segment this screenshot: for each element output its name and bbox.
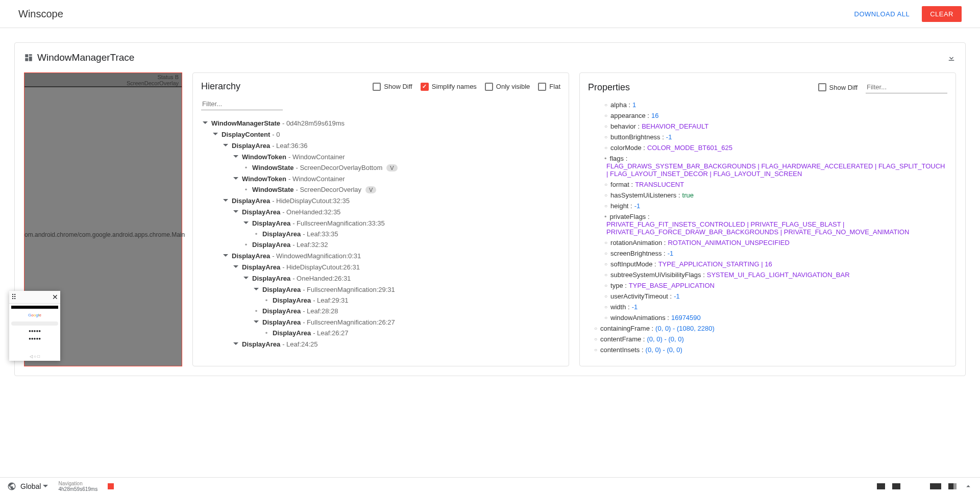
expand-arrow-icon[interactable] <box>252 285 260 293</box>
expand-arrow-icon[interactable] <box>232 263 240 271</box>
properties-filter-input[interactable] <box>866 81 947 93</box>
property-item[interactable]: format : TRANSLUCENT <box>604 179 947 190</box>
expand-arrow-icon[interactable] <box>242 219 250 227</box>
property-item[interactable]: behavior : BEHAVIOR_DEFAULT <box>604 121 947 132</box>
property-item[interactable]: width : -1 <box>604 302 947 312</box>
clear-button[interactable]: CLEAR <box>922 6 962 22</box>
close-icon[interactable]: ✕ <box>52 293 58 301</box>
expand-arrow-icon[interactable] <box>201 119 209 127</box>
download-all-button[interactable]: DOWNLOAD ALL <box>848 6 916 22</box>
tree-item[interactable]: DisplayArea - FullscreenMagnification:26… <box>201 316 560 328</box>
expand-arrow-icon[interactable] <box>232 208 240 216</box>
expand-arrow-icon[interactable] <box>222 252 230 260</box>
tree-item[interactable]: DisplayArea - FullscreenMagnification:33… <box>201 217 560 229</box>
property-item[interactable]: colorMode : COLOR_MODE_BT601_625 <box>604 142 947 153</box>
preview-minimap[interactable]: ⠿ ✕ Google ●●●●● ●●●●● ◁ ○ □ <box>9 291 60 361</box>
drag-icon: ⠿ <box>11 293 16 301</box>
tree-item[interactable]: DisplayArea - HideDisplayCutout:26:31 <box>201 261 560 273</box>
header-actions: DOWNLOAD ALL CLEAR <box>848 6 962 22</box>
property-item[interactable]: flags : FLAG_DRAWS_SYSTEM_BAR_BACKGROUND… <box>604 153 947 179</box>
visibility-badge: V <box>386 164 397 171</box>
hierarchy-filter-input[interactable] <box>201 98 283 110</box>
tree-item[interactable]: DisplayArea - OneHanded:32:35 <box>201 206 560 217</box>
tree-item[interactable]: WindowToken - WindowContainer <box>201 173 560 184</box>
preview-column: Status B ScreenDecorOverlay om.android.c… <box>24 72 182 366</box>
property-item[interactable]: userActivityTimeout : -1 <box>604 291 947 302</box>
tree-item[interactable]: WindowManagerState - 0d4h28m59s619ms <box>201 117 560 129</box>
property-item[interactable]: alpha : 1 <box>604 100 947 110</box>
download-trace-icon[interactable] <box>947 53 956 62</box>
app-header: Winscope DOWNLOAD ALL CLEAR <box>0 0 980 28</box>
leaf-dot-icon: • <box>242 186 250 193</box>
tree-item[interactable]: WindowToken - WindowContainer <box>201 151 560 162</box>
leaf-dot-icon: • <box>252 307 260 315</box>
tree-item[interactable]: •WindowState - ScreenDecorOverlayV <box>201 184 560 195</box>
screen-preview[interactable]: Status B ScreenDecorOverlay om.android.c… <box>24 72 182 366</box>
expand-arrow-icon[interactable] <box>222 141 230 150</box>
tree-item[interactable]: DisplayArea - Leaf:36:36 <box>201 140 560 151</box>
property-item[interactable]: containingFrame : (0, 0) - (1080, 2280) <box>594 323 947 334</box>
main-container: WindowManagerTrace Status B ScreenDecorO… <box>0 28 980 477</box>
tree-item[interactable]: DisplayArea - Leaf:24:25 <box>201 338 560 350</box>
leaf-dot-icon: • <box>252 230 260 238</box>
property-item[interactable]: subtreeSystemUiVisibilityFlags : SYSTEM_… <box>604 269 947 280</box>
hierarchy-tree[interactable]: WindowManagerState - 0d4h28m59s619msDisp… <box>201 117 560 358</box>
properties-header: Properties Show Diff <box>588 81 947 93</box>
leaf-dot-icon: • <box>242 164 250 171</box>
minimap-header: ⠿ ✕ <box>9 291 60 304</box>
dashboard-icon <box>24 53 33 62</box>
expand-arrow-icon[interactable] <box>232 340 240 348</box>
leaf-dot-icon: • <box>262 329 271 337</box>
expand-arrow-icon[interactable] <box>232 175 240 183</box>
property-item[interactable]: appearance : 16 <box>604 110 947 121</box>
property-item[interactable]: rotationAnimation : ROTATION_ANIMATION_U… <box>604 237 947 248</box>
show-diff-checkbox[interactable]: Show Diff <box>373 83 412 91</box>
content-row: Status B ScreenDecorOverlay om.android.c… <box>24 72 956 366</box>
props-show-diff-checkbox[interactable]: Show Diff <box>818 83 857 91</box>
tree-item[interactable]: DisplayContent - 0 <box>201 129 560 140</box>
tree-item[interactable]: •WindowState - ScreenDecorOverlayBottomV <box>201 162 560 173</box>
hierarchy-panel: Hierarchy Show Diff Simplify names Only … <box>192 72 569 366</box>
tree-item[interactable]: •DisplayArea - Leaf:32:32 <box>201 239 560 250</box>
only-visible-checkbox[interactable]: Only visible <box>485 83 530 91</box>
tree-item[interactable]: •DisplayArea - Leaf:29:31 <box>201 295 560 306</box>
property-item[interactable]: privateFlags : PRIVATE_FLAG_FIT_INSETS_C… <box>604 211 947 237</box>
properties-controls: Show Diff <box>818 81 947 93</box>
expand-arrow-icon[interactable] <box>222 196 230 205</box>
properties-list[interactable]: alpha : 1appearance : 16behavior : BEHAV… <box>588 100 947 358</box>
trace-header: WindowManagerTrace <box>24 52 956 63</box>
property-item[interactable]: contentInsets : (0, 0) - (0, 0) <box>594 344 947 355</box>
expand-arrow-icon[interactable] <box>232 153 240 161</box>
tree-item[interactable]: DisplayArea - OneHanded:26:31 <box>201 273 560 284</box>
preview-activity-text: om.android.chrome/com.google.android.app… <box>24 231 185 238</box>
tree-item[interactable]: DisplayArea - FullscreenMagnification:29… <box>201 284 560 295</box>
simplify-names-checkbox[interactable]: Simplify names <box>421 83 477 91</box>
property-item[interactable]: buttonBrightness : -1 <box>604 132 947 142</box>
hierarchy-header: Hierarchy Show Diff Simplify names Only … <box>201 81 560 92</box>
app-title: Winscope <box>18 8 63 20</box>
property-item[interactable]: hasSystemUiListeners : true <box>604 190 947 201</box>
tree-item[interactable]: DisplayArea - HideDisplayCutout:32:35 <box>201 195 560 206</box>
visibility-badge: V <box>365 186 376 193</box>
properties-title: Properties <box>588 82 630 93</box>
trace-title: WindowManagerTrace <box>24 52 134 63</box>
property-item[interactable]: screenBrightness : -1 <box>604 248 947 259</box>
hierarchy-title: Hierarchy <box>201 81 240 92</box>
expand-arrow-icon[interactable] <box>242 274 250 282</box>
property-item[interactable]: windowAnimations : 16974590 <box>604 312 947 323</box>
property-item[interactable]: contentFrame : (0, 0) - (0, 0) <box>594 334 947 344</box>
tree-item[interactable]: •DisplayArea - Leaf:28:28 <box>201 306 560 316</box>
tree-item[interactable]: DisplayArea - WindowedMagnification:0:31 <box>201 250 560 261</box>
expand-arrow-icon[interactable] <box>211 130 219 138</box>
tree-item[interactable]: •DisplayArea - Leaf:33:35 <box>201 229 560 239</box>
tree-item[interactable]: •DisplayArea - Leaf:26:27 <box>201 328 560 338</box>
minimap-body: Google ●●●●● ●●●●● ◁ ○ □ <box>9 304 60 361</box>
property-item[interactable]: softInputMode : TYPE_APPLICATION_STARTIN… <box>604 259 947 269</box>
property-item[interactable]: type : TYPE_BASE_APPLICATION <box>604 280 947 291</box>
expand-arrow-icon[interactable] <box>252 318 260 326</box>
flat-checkbox[interactable]: Flat <box>538 83 560 91</box>
trace-card: WindowManagerTrace Status B ScreenDecorO… <box>14 42 966 376</box>
leaf-dot-icon: • <box>242 241 250 249</box>
leaf-dot-icon: • <box>262 296 271 304</box>
property-item[interactable]: height : -1 <box>604 201 947 211</box>
